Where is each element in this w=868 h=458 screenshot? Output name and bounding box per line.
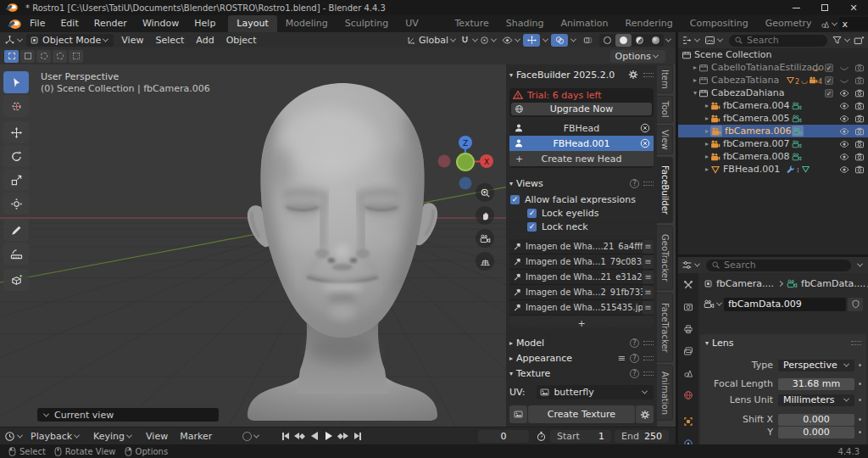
properties-tab-tool[interactable] <box>683 280 693 293</box>
menu-icon[interactable]: ≡ <box>643 255 654 269</box>
create-texture-button[interactable]: Create Texture <box>528 405 635 423</box>
tab-uv-editing[interactable]: UV Editing <box>397 15 446 32</box>
field-value-shift-x[interactable]: 0.000 <box>778 414 854 426</box>
orientation-dropdown[interactable]: Global <box>407 35 458 46</box>
tab-compositing[interactable]: Compositing <box>682 15 757 32</box>
visibility-dropdown[interactable] <box>502 35 522 46</box>
divider[interactable] <box>676 32 678 444</box>
move-tool[interactable] <box>3 121 29 143</box>
show-overlays-toggle[interactable] <box>551 34 568 47</box>
select-mode-box[interactable] <box>20 50 35 63</box>
expand-icon[interactable]: ▸ <box>693 76 697 84</box>
measure-tool[interactable] <box>3 243 29 265</box>
blender-menu-icon[interactable] <box>7 19 22 30</box>
tab-view[interactable]: View <box>657 126 673 154</box>
render-visibility-icon[interactable] <box>854 152 865 162</box>
help-icon[interactable]: ? <box>630 338 639 348</box>
viewport-menu-add[interactable]: Add <box>190 35 220 46</box>
properties-tab-world[interactable] <box>683 390 693 403</box>
shading-rendered[interactable] <box>648 34 664 47</box>
help-icon[interactable]: ? <box>630 179 639 188</box>
tab-geotracker[interactable]: GeoTracker <box>657 226 673 290</box>
facebuilder-panel-header[interactable]: ▾FaceBuilder 2025.2.0 <box>509 68 654 81</box>
scene-name-field[interactable]: x <box>839 17 868 31</box>
outliner-row-cabezadahiana[interactable]: ▾CabezaDahiana✓ <box>678 87 868 99</box>
current-frame-field[interactable]: 0 <box>478 430 529 443</box>
show-gizmo-toggle[interactable] <box>523 34 540 47</box>
head-model[interactable] <box>248 83 437 421</box>
image-item[interactable]: Imagen de Wha...1_79c0832a.jpg≡ <box>509 254 654 270</box>
next-keyframe-button[interactable] <box>336 430 350 443</box>
panel-grip[interactable] <box>643 341 654 345</box>
outliner-filter-image-icon[interactable] <box>704 35 715 46</box>
menu-help[interactable]: Help <box>186 15 223 32</box>
properties-tab-output[interactable] <box>683 324 693 337</box>
tab-item[interactable]: Item <box>657 64 673 93</box>
animate-dot[interactable] <box>859 418 861 421</box>
eye-icon[interactable] <box>839 152 849 162</box>
outliner-search[interactable]: Search <box>729 35 827 47</box>
id-name-field[interactable]: fbCamData.009 <box>724 298 846 311</box>
eye-icon[interactable] <box>839 165 849 175</box>
tab-rendering[interactable]: Rendering <box>617 15 682 32</box>
properties-tab-viewlayer[interactable] <box>683 346 693 359</box>
eye-icon[interactable] <box>839 63 849 73</box>
collection-checkbox[interactable]: ✓ <box>825 76 833 85</box>
tab-texture-paint[interactable]: Texture Paint <box>447 15 498 32</box>
auto-keying-toggle[interactable] <box>242 432 261 441</box>
checkbox-lock-neck[interactable]: ✓Lock neck <box>527 221 588 232</box>
animate-dot[interactable] <box>859 383 861 385</box>
new-collection-icon[interactable] <box>854 35 865 46</box>
model-section-header[interactable]: ▸Model? <box>509 336 654 349</box>
transform-tool[interactable] <box>3 193 29 215</box>
outliner-row-fbcamera.006[interactable]: ▸fbCamera.006 <box>678 125 868 137</box>
render-visibility-icon[interactable] <box>854 88 865 98</box>
rotate-tool[interactable] <box>3 145 29 167</box>
outliner-display-mode-icon[interactable] <box>682 35 693 46</box>
viewport-menu-object[interactable]: Object <box>220 35 263 46</box>
tab-animation[interactable]: Animation <box>552 15 616 32</box>
outliner-row-fbcamera.005[interactable]: ▸fbCamera.005 <box>678 112 868 125</box>
tab-sculpting[interactable]: Sculpting <box>337 15 397 32</box>
snap-toggle[interactable] <box>459 35 480 46</box>
current-view-dropdown[interactable]: Current view <box>37 408 219 422</box>
menu-icon[interactable]: ≡ <box>643 271 654 284</box>
expand-icon[interactable]: ▸ <box>705 127 709 135</box>
perspective-toggle-button[interactable] <box>476 252 494 271</box>
timeline-menu-playback[interactable]: Playback <box>25 431 87 442</box>
panel-grip[interactable] <box>643 371 654 376</box>
play-button[interactable] <box>321 430 336 443</box>
tab-geometry-node[interactable]: Geometry Node <box>757 15 821 32</box>
expand-icon[interactable]: ▸ <box>693 64 697 71</box>
play-reverse-button[interactable] <box>307 430 321 443</box>
upgrade-now-button[interactable]: Upgrade Now <box>511 103 652 115</box>
image-item[interactable]: Imagen de Wha...515435.jpg.001≡ <box>509 300 654 316</box>
field-value-focal-length[interactable]: 31.68 mm <box>778 378 854 390</box>
add-image-button[interactable]: + <box>509 316 654 327</box>
panel-grip[interactable] <box>643 356 654 360</box>
breadcrumb-object[interactable]: fbCamera.... <box>716 278 774 289</box>
head-item-fbhead.001[interactable]: FBHead.001 <box>509 136 654 151</box>
scale-tool[interactable] <box>3 169 29 191</box>
timeline-editor-icon[interactable] <box>4 431 15 442</box>
timeline-menu-keying[interactable]: Keying <box>87 431 140 442</box>
shading-material[interactable] <box>632 34 648 47</box>
tab-facetracker[interactable]: FaceTracker <box>657 293 673 362</box>
select-mode-lasso[interactable] <box>53 50 67 63</box>
tab-shading[interactable]: Shading <box>498 15 553 32</box>
collection-checkbox[interactable]: ✓ <box>825 64 833 72</box>
menu-icon[interactable]: ≡ <box>643 301 654 315</box>
expand-icon[interactable]: ▸ <box>705 114 709 122</box>
select-mode-circle[interactable] <box>36 50 51 63</box>
head-item-fbhead[interactable]: FBHead <box>509 120 654 136</box>
render-visibility-icon[interactable] <box>854 126 865 137</box>
outliner-row-scene collection[interactable]: Scene Collection <box>678 48 868 61</box>
help-icon[interactable]: ? <box>630 369 639 378</box>
outliner-row-cabellotatianaestilizado[interactable]: ▸CabelloTatianaEstilizado◡✓ <box>678 61 868 74</box>
create-new-head-button[interactable]: +Create new Head <box>509 151 654 166</box>
timeline-menu-marker[interactable]: Marker <box>174 431 218 442</box>
shading-wireframe[interactable] <box>599 34 615 47</box>
menu-file[interactable]: File <box>22 15 53 32</box>
expand-icon[interactable]: ▸ <box>705 140 709 148</box>
texture-file-button[interactable] <box>509 405 527 423</box>
